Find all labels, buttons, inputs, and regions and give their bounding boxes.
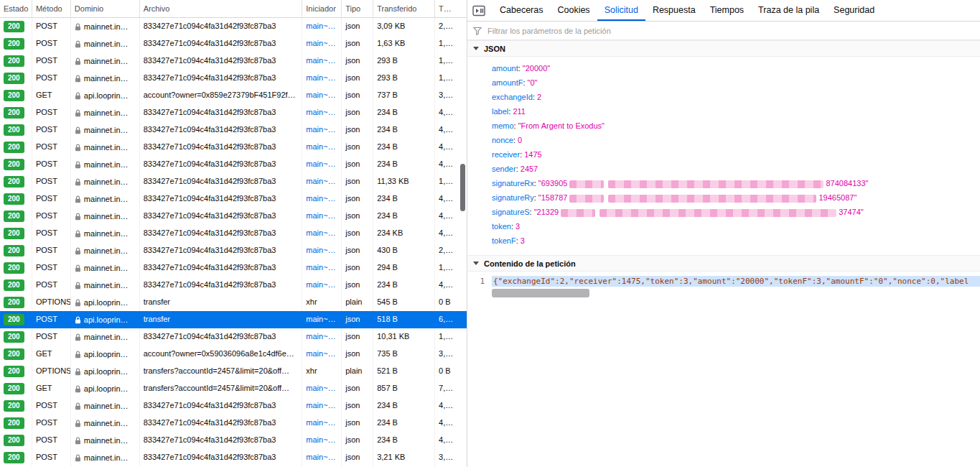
initiator-link[interactable]: main~… (302, 70, 342, 87)
type-cell: json (342, 225, 373, 242)
initiator-link[interactable]: main~… (302, 397, 342, 415)
initiator-link[interactable]: main~… (302, 415, 342, 432)
status-badge: 200 (4, 262, 24, 274)
initiator-link[interactable]: main~… (302, 35, 342, 52)
method-cell: GET (32, 346, 71, 363)
table-row[interactable]: 200 OPTIONS api.looprin… transfer xhr pl… (0, 294, 467, 311)
table-row[interactable]: 200 POST mainnet.in… 833427e71c094c4fa31… (0, 415, 467, 432)
table-row[interactable]: 200 GET api.looprin… account?owner=0x590… (0, 346, 467, 363)
initiator-link[interactable]: main~… (302, 87, 342, 104)
property-key: token (492, 222, 511, 231)
table-row[interactable]: 200 POST mainnet.in… 833427e71c094c4fa31… (0, 18, 467, 35)
domain-cell: mainnet.in… (71, 173, 140, 190)
table-row[interactable]: 200 GET api.looprin… account?owner=0x859… (0, 87, 467, 104)
payload-section-header[interactable]: Contenido de la petición (467, 255, 980, 272)
table-row[interactable]: 200 POST mainnet.in… 833427e71c094c4fa31… (0, 156, 467, 173)
table-row[interactable]: 200 GET api.looprin… transfers?accountId… (0, 380, 467, 397)
column-header-method[interactable]: Método (32, 0, 71, 17)
initiator-link[interactable]: xhr (302, 363, 342, 380)
table-row[interactable]: 200 POST mainnet.in… 833427e71c094c4fa31… (0, 277, 467, 294)
initiator-link[interactable]: main~… (302, 311, 342, 328)
redacted-block (569, 195, 604, 203)
initiator-link[interactable]: main~… (302, 104, 342, 121)
property-value: "15878719465087" (538, 193, 857, 202)
table-row[interactable]: 200 POST mainnet.in… 833427e71c094c4fa31… (0, 259, 467, 277)
tab-seguridad[interactable]: Seguridad (826, 0, 882, 21)
table-row[interactable]: 200 POST mainnet.in… 833427e71c094c4fa31… (0, 104, 467, 121)
initiator-link[interactable]: main~… (302, 380, 342, 397)
json-property: amount: "20000" (467, 61, 980, 75)
initiator-link[interactable]: main~… (302, 121, 342, 139)
initiator-link[interactable]: main~… (302, 346, 342, 363)
status-cell: 200 (0, 225, 32, 242)
initiator-link[interactable]: main~… (302, 208, 342, 225)
initiator-link[interactable]: main~… (302, 139, 342, 156)
tab-cookies[interactable]: Cookies (550, 0, 597, 21)
json-section-header[interactable]: JSON (467, 40, 980, 57)
tab-tiempos[interactable]: Tiempos (703, 0, 751, 21)
column-header-domain[interactable]: Dominio (71, 0, 140, 17)
initiator-link[interactable]: main~… (302, 225, 342, 242)
initiator-link[interactable]: main~… (302, 432, 342, 449)
transferred-cell: 293 B (373, 70, 435, 87)
table-row[interactable]: 200 OPTIONS api.looprin… transfers?accou… (0, 363, 467, 380)
tab-cabeceras[interactable]: Cabeceras (493, 0, 550, 21)
file-cell: 833427e71c094c4fa31d42f93fc87ba3 (140, 328, 303, 346)
column-header-initiator[interactable]: Iniciador (302, 0, 342, 17)
transferred-cell: 294 B (373, 259, 435, 277)
tab-traza-de-la-pila[interactable]: Traza de la pila (751, 0, 826, 21)
transferred-cell: 234 B (373, 121, 435, 139)
status-badge: 200 (4, 38, 24, 50)
table-row[interactable]: 200 POST mainnet.in… 833427e71c094c4fa31… (0, 397, 467, 415)
method-cell: POST (32, 432, 71, 449)
domain-text: mainnet.in… (84, 260, 129, 277)
table-row[interactable]: 200 POST mainnet.in… 833427e71c094c4fa31… (0, 432, 467, 449)
initiator-link[interactable]: main~… (302, 190, 342, 208)
initiator-link[interactable]: main~… (302, 449, 342, 466)
table-row[interactable]: 200 POST api.looprin… transfer main~… js… (0, 311, 467, 328)
table-row[interactable]: 200 POST mainnet.in… 833427e71c094c4fa31… (0, 225, 467, 242)
table-row[interactable]: 200 POST mainnet.in… 833427e71c094c4fa31… (0, 35, 467, 52)
column-header-transferred[interactable]: Transferido (373, 0, 435, 17)
initiator-link[interactable]: xhr (302, 294, 342, 311)
play-pause-icon[interactable] (472, 5, 485, 17)
initiator-link[interactable]: main~… (302, 242, 342, 259)
initiator-link[interactable]: main~… (302, 259, 342, 277)
table-row[interactable]: 200 POST mainnet.in… 833427e71c094c4fa31… (0, 173, 467, 190)
table-row[interactable]: 200 POST mainnet.in… 833427e71c094c4fa31… (0, 70, 467, 87)
file-cell: 833427e71c094c4fa31d42f93fc87ba3 (140, 70, 303, 87)
tab-respuesta[interactable]: Respuesta (645, 0, 703, 21)
column-header-status[interactable]: Estado (0, 0, 32, 17)
status-cell: 200 (0, 208, 32, 225)
initiator-link[interactable]: main~… (302, 173, 342, 190)
initiator-link[interactable]: main~… (302, 52, 342, 70)
table-row[interactable]: 200 POST mainnet.in… 833427e71c094c4fa31… (0, 139, 467, 156)
status-badge: 200 (4, 228, 24, 239)
transferred-cell: 430 B (373, 242, 435, 259)
status-badge: 200 (4, 159, 24, 170)
table-row[interactable]: 200 POST mainnet.in… 833427e71c094c4fa31… (0, 449, 467, 466)
table-row[interactable]: 200 POST mainnet.in… 833427e71c094c4fa31… (0, 208, 467, 225)
filter-input[interactable] (486, 26, 974, 36)
payload-code[interactable]: 1 {"exchangeId":2,"receiver":1475,"token… (467, 272, 980, 467)
tab-solicitud[interactable]: Solicitud (597, 0, 645, 21)
table-row[interactable]: 200 POST mainnet.in… 833427e71c094c4fa31… (0, 121, 467, 139)
property-value: 0 (518, 136, 522, 144)
status-badge: 200 (4, 211, 24, 222)
transferred-cell: 737 B (373, 87, 435, 104)
column-header-size[interactable]: T… (435, 0, 467, 17)
initiator-link[interactable]: main~… (302, 328, 342, 346)
status-cell: 200 (0, 173, 32, 190)
table-row[interactable]: 200 POST mainnet.in… 833427e71c094c4fa31… (0, 242, 467, 259)
initiator-link[interactable]: main~… (302, 18, 342, 35)
column-header-file[interactable]: Archivo (140, 0, 303, 17)
json-property: token: 3 (467, 219, 980, 234)
initiator-link[interactable]: main~… (302, 277, 342, 294)
table-row[interactable]: 200 POST mainnet.in… 833427e71c094c4fa31… (0, 328, 467, 346)
initiator-link[interactable]: main~… (302, 156, 342, 173)
vertical-scrollbar[interactable] (460, 164, 465, 211)
domain-text: api.looprin… (84, 295, 129, 311)
table-row[interactable]: 200 POST mainnet.in… 833427e71c094c4fa31… (0, 52, 467, 70)
table-row[interactable]: 200 POST mainnet.in… 833427e71c094c4fa31… (0, 190, 467, 208)
column-header-type[interactable]: Tipo (342, 0, 373, 17)
